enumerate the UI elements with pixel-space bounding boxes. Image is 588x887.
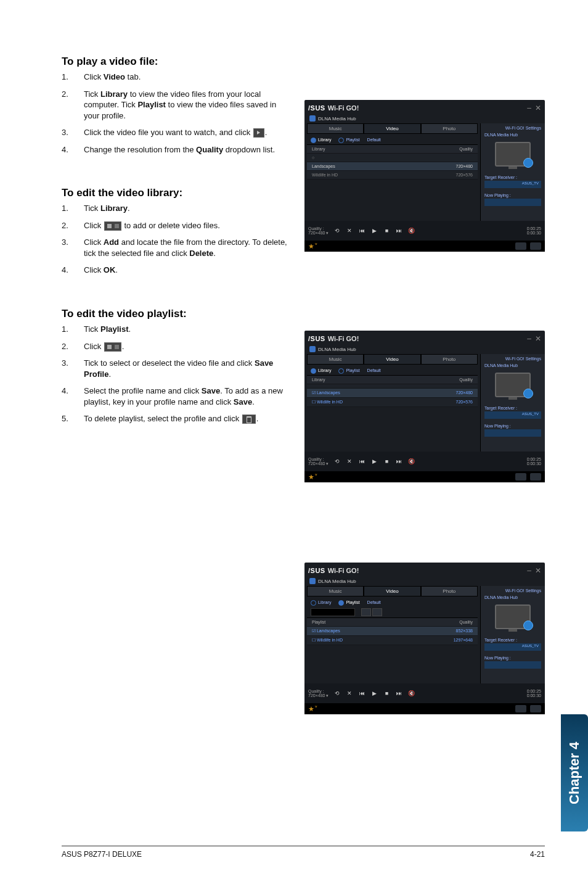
subtab-playlist[interactable]: Playlist	[338, 600, 359, 606]
star-icon[interactable]: ★˅	[308, 242, 318, 250]
receiver-monitor-icon	[495, 604, 531, 629]
step-number: 3.	[62, 358, 84, 379]
step-number: 2.	[62, 220, 84, 231]
steps-edit-playlist: 1.Tick Playlist.2.Click .3.Tick to selec…	[62, 324, 290, 424]
brand-logo: /SUS	[308, 104, 325, 112]
step-number: 1.	[62, 324, 84, 335]
tab-photo[interactable]: Photo	[421, 123, 478, 134]
settings-link[interactable]: Wi-Fi GO! Settings	[484, 126, 541, 130]
app-title: Wi-Fi GO!	[328, 335, 359, 342]
step-text: Select the profile name and click Save. …	[84, 386, 290, 407]
bottom-icon[interactable]	[530, 473, 541, 481]
nowplaying-label: Now Playing :	[484, 193, 541, 197]
subheader: DLNA Media Hub	[318, 116, 356, 122]
screenshot-play-video: /SUS Wi-Fi GO! –✕ DLNA Media Hub Music V…	[304, 100, 545, 236]
section-title-play: To play a video file:	[62, 56, 545, 68]
step-item: 1.Click Video tab.	[62, 72, 290, 83]
step-item: 1.Tick Playlist.	[62, 324, 290, 335]
subtab-default: Default	[367, 368, 381, 374]
target-value[interactable]: ASUS_TV	[484, 181, 541, 188]
window-controls[interactable]: –✕	[523, 566, 541, 575]
chapter-tab: Chapter 4	[561, 714, 588, 831]
star-icon[interactable]: ★˅	[308, 705, 318, 713]
brand-logo: /SUS	[308, 567, 325, 574]
steps-play: 1.Click Video tab.2.Tick Library to view…	[62, 72, 290, 155]
app-icon	[309, 578, 316, 584]
tab-photo[interactable]: Photo	[421, 586, 478, 596]
tab-video[interactable]: Video	[364, 586, 420, 596]
target-label: Target Receiver :	[484, 638, 541, 642]
list-item[interactable]: ☐ Wildlife in HD1297×648	[307, 636, 478, 645]
tab-video[interactable]: Video	[364, 123, 420, 134]
bottom-icon[interactable]	[515, 242, 526, 250]
tab-video[interactable]: Video	[364, 354, 420, 365]
window-controls[interactable]: –✕	[523, 334, 541, 343]
list-item[interactable]: Landscapes720×480	[307, 162, 478, 171]
receiver-monitor-icon	[495, 142, 531, 167]
trash-icon	[242, 415, 256, 424]
list-item[interactable]: ☑ Landscapes852×338	[307, 627, 478, 636]
subtab-library[interactable]: Library	[311, 138, 331, 143]
bottom-icon[interactable]	[515, 705, 526, 712]
list-item[interactable]: ○	[307, 154, 478, 162]
subtab-playlist[interactable]: Playlist	[338, 138, 359, 143]
step-number: 3.	[62, 237, 84, 258]
library-edit-icon	[104, 221, 121, 231]
step-text: Click OK.	[84, 265, 290, 276]
play-icon	[253, 128, 264, 138]
list-item[interactable]	[307, 384, 478, 389]
step-text: Click Video tab.	[84, 72, 290, 83]
list-item[interactable]: ☑ Landscapes720×480	[307, 389, 478, 398]
subtab-playlist[interactable]: Playlist	[338, 368, 359, 374]
target-label: Target Receiver :	[484, 175, 541, 179]
window-controls[interactable]: –✕	[523, 104, 541, 112]
footer-page: 4-21	[530, 850, 545, 859]
nowplaying-value	[484, 199, 541, 206]
subtab-library[interactable]: Library	[311, 600, 331, 606]
delete-btn[interactable]	[372, 608, 382, 616]
tab-music[interactable]: Music	[307, 586, 364, 596]
step-number: 2.	[62, 89, 84, 122]
bottom-icon[interactable]	[515, 473, 526, 481]
step-text: Tick to select or deselect the video fil…	[84, 358, 290, 379]
step-number: 1.	[62, 203, 84, 214]
step-item: 3.Tick to select or deselect the video f…	[62, 358, 290, 379]
tab-music[interactable]: Music	[307, 123, 364, 134]
bottom-icon[interactable]	[530, 705, 541, 712]
tab-photo[interactable]: Photo	[421, 354, 478, 365]
app-icon	[309, 346, 316, 352]
subtab-default: Default	[367, 600, 381, 606]
brand-logo: /SUS	[308, 335, 325, 342]
target-label: Target Receiver :	[484, 406, 541, 410]
target-value[interactable]: ASUS_TV	[484, 643, 541, 651]
tab-music[interactable]: Music	[307, 354, 364, 365]
star-icon[interactable]: ★˅	[308, 473, 318, 481]
step-text: Click the video file you want to watch, …	[84, 127, 290, 138]
step-number: 5.	[62, 413, 84, 424]
list-header: LibraryQuality	[307, 376, 478, 384]
step-item: 3.Click Add and locate the file from the…	[62, 237, 290, 258]
step-number: 2.	[62, 341, 84, 352]
settings-link[interactable]: Wi-Fi GO! Settings	[484, 357, 541, 361]
step-number: 4.	[62, 386, 84, 407]
step-item: 5.To delete playlist, select the profile…	[62, 413, 290, 424]
player-controls[interactable]: Quality :720×480 ▾ ⟲✕⏮▶■⏭🔇 0:00:250:00:3…	[304, 221, 545, 241]
settings-link[interactable]: Wi-Fi GO! Settings	[484, 588, 541, 593]
player-controls[interactable]: Quality :720×480 ▾ ⟲✕⏮▶■⏭🔇 0:00:250:00:3…	[304, 683, 545, 703]
list-item[interactable]: ☐ Wildlife in HD720×576	[307, 398, 478, 407]
bottom-icon[interactable]	[530, 242, 541, 250]
app-title: Wi-Fi GO!	[328, 567, 359, 574]
app-title: Wi-Fi GO!	[328, 104, 359, 112]
target-value[interactable]: ASUS_TV	[484, 411, 541, 419]
list-item[interactable]: Wildlife in HD720×576	[307, 171, 478, 179]
subtab-library[interactable]: Library	[311, 368, 331, 374]
profile-dropdown[interactable]	[311, 608, 355, 616]
step-text: Tick Playlist.	[84, 324, 290, 335]
player-controls[interactable]: Quality :720×480 ▾ ⟲✕⏮▶■⏭🔇 0:00:250:00:3…	[304, 452, 545, 471]
step-text: Click .	[84, 341, 290, 352]
edit-btn[interactable]	[361, 608, 371, 616]
step-item: 1.Tick Library.	[62, 203, 290, 214]
step-number: 4.	[62, 144, 84, 155]
nowplaying-label: Now Playing :	[484, 424, 541, 428]
hub-title: DLNA Media Hub	[484, 363, 541, 368]
